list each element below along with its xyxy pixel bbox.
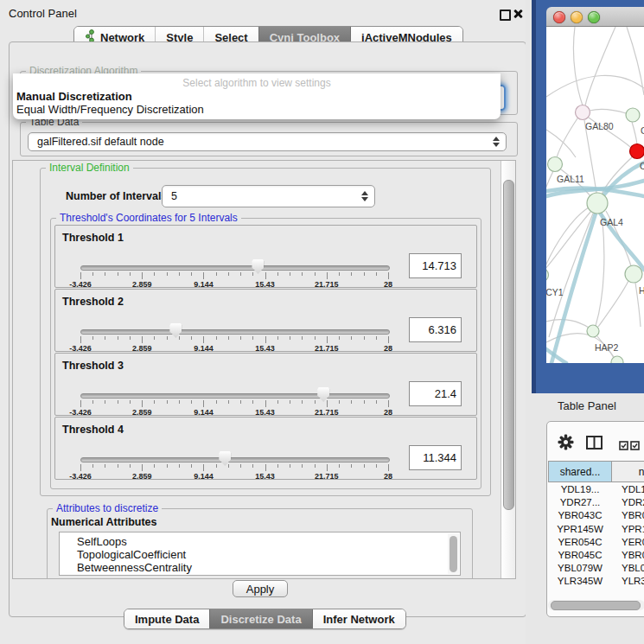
scrollbar-thumb[interactable] xyxy=(551,601,641,610)
float-window-icon[interactable] xyxy=(500,10,511,21)
network-node[interactable] xyxy=(611,356,623,363)
network-edge[interactable] xyxy=(557,118,577,157)
slider-thumb[interactable] xyxy=(169,323,182,338)
network-node-c[interactable] xyxy=(630,144,644,159)
threshold-slider[interactable]: -3.4262.8599.14415.4321.71528 xyxy=(80,262,390,288)
slider-tick-label: -3.426 xyxy=(69,472,92,481)
network-node-g[interactable] xyxy=(626,108,640,122)
numerical-attributes-list[interactable]: SelfLoopsTopologicalCoefficientBetweenne… xyxy=(59,532,461,576)
network-graph[interactable]: GAL80GCGAL11GAL4GCY1HHAP2 xyxy=(546,27,644,363)
dropdown-item[interactable]: Manual Discretization xyxy=(16,90,132,103)
zoom-light[interactable] xyxy=(588,11,600,23)
dropdown-item[interactable]: Equal Width/Frequency Discretization xyxy=(16,103,204,116)
network-view-canvas[interactable]: GAL80GCGAL11GAL4GCY1HHAP2 xyxy=(546,27,644,363)
slider-thumb[interactable] xyxy=(252,259,264,274)
tab-infer-network[interactable]: Infer Network xyxy=(312,609,405,628)
slider-tick xyxy=(339,272,340,276)
network-node-h[interactable] xyxy=(625,265,642,283)
threshold-slider[interactable]: -3.4262.8599.14415.4321.71528 xyxy=(80,326,390,352)
table-row[interactable]: YPR145WYPR1 xyxy=(548,524,644,537)
network-edge[interactable] xyxy=(546,130,576,157)
table-row[interactable]: YBR043CYBR0 xyxy=(548,510,644,523)
slider-tick xyxy=(315,272,316,276)
split-columns-icon[interactable] xyxy=(586,436,603,453)
tab-label: Impute Data xyxy=(135,613,199,626)
slider-tick xyxy=(118,272,118,276)
network-edge[interactable] xyxy=(549,214,593,337)
table-horizontal-scrollbar[interactable] xyxy=(548,600,644,610)
network-node-gal11[interactable] xyxy=(548,157,563,172)
network-edge[interactable] xyxy=(590,109,626,113)
column-header-shared-name[interactable]: shared... xyxy=(548,461,612,482)
algorithm-dropdown-popup: Select algorithm to view settings Manual… xyxy=(13,73,501,119)
threshold-value-field[interactable]: 14.713 xyxy=(409,253,462,278)
attribute-list-item[interactable]: BetweennessCentrality xyxy=(77,561,192,574)
number-of-intervals-combobox[interactable]: 5 xyxy=(162,185,375,207)
column-header-name[interactable]: na xyxy=(612,461,644,482)
slider-tick xyxy=(191,464,192,468)
attribute-list-item[interactable]: SelfLoops xyxy=(77,535,127,548)
network-edge-thick[interactable] xyxy=(603,163,644,195)
network-edge[interactable] xyxy=(627,27,644,95)
slider-tick xyxy=(142,400,143,407)
threshold-value-field[interactable]: 6.316 xyxy=(409,317,462,342)
attribute-list-item[interactable]: TopologicalCoefficient xyxy=(77,548,186,561)
threshold-value-field[interactable]: 21.4 xyxy=(409,381,462,406)
slider-tick xyxy=(376,272,377,276)
table-row[interactable]: YBL079WYBL0 xyxy=(548,563,644,576)
slider-track[interactable] xyxy=(80,393,390,399)
slider-tick xyxy=(339,336,340,340)
table-data-combobox[interactable]: galFiltered.sif default node xyxy=(28,132,507,151)
threshold-value-field[interactable]: 11.344 xyxy=(409,445,462,470)
slider-track[interactable] xyxy=(80,457,390,462)
slider-tick xyxy=(130,336,131,340)
scrollbar-thumb[interactable] xyxy=(503,180,514,510)
checkbox-icon[interactable] xyxy=(630,438,640,454)
apply-button[interactable]: Apply xyxy=(233,580,288,597)
node-label: G xyxy=(641,125,644,136)
cell-shared-name: YLR345W xyxy=(548,576,612,586)
table-row[interactable]: YLR345WYLR3 xyxy=(548,576,644,589)
slider-tick xyxy=(351,400,352,404)
slider-tick xyxy=(290,272,290,276)
slider-tick xyxy=(376,336,377,340)
table-row[interactable]: YDL19...YDL1 xyxy=(548,484,644,497)
table-row[interactable]: YER054CYER0 xyxy=(548,537,644,550)
network-edge[interactable] xyxy=(546,75,644,97)
slider-tick xyxy=(302,400,303,404)
slider-track[interactable] xyxy=(80,329,390,335)
slider-tick xyxy=(191,336,192,340)
gear-icon[interactable] xyxy=(558,434,574,454)
network-edge[interactable] xyxy=(632,122,637,144)
tab-discretize-data[interactable]: Discretize Data xyxy=(209,609,311,628)
tab-impute-data[interactable]: Impute Data xyxy=(124,609,209,628)
network-node-gal4[interactable] xyxy=(587,193,608,214)
table-row[interactable]: YBR045CYBR0 xyxy=(548,550,644,563)
slider-tick xyxy=(118,464,118,468)
table-row[interactable]: YIL052CYIL0 xyxy=(548,590,644,590)
slider-thumb[interactable] xyxy=(219,451,231,466)
slider-thumb[interactable] xyxy=(317,387,329,402)
network-node-gcy1[interactable] xyxy=(546,269,549,282)
threshold-slider[interactable]: -3.4262.8599.14415.4321.71528 xyxy=(80,454,390,480)
panel-scrollbar[interactable] xyxy=(501,161,515,578)
close-light[interactable] xyxy=(553,11,565,23)
list-scrollbar[interactable] xyxy=(448,533,459,574)
checkbox-icon[interactable] xyxy=(619,438,628,454)
network-window-titlebar[interactable] xyxy=(546,7,644,27)
panel-divider[interactable] xyxy=(532,0,536,393)
dropdown-hint: Select algorithm to view settings xyxy=(13,77,501,89)
network-edge[interactable] xyxy=(585,27,615,105)
scrollbar-thumb[interactable] xyxy=(450,536,457,572)
network-edge[interactable] xyxy=(573,27,583,105)
network-node-gal80[interactable] xyxy=(576,105,590,120)
network-edge[interactable] xyxy=(596,214,604,326)
cell-name: YBR0 xyxy=(622,550,644,560)
slider-track[interactable] xyxy=(80,265,390,271)
network-edge[interactable] xyxy=(546,211,591,270)
minimize-light[interactable] xyxy=(571,11,583,23)
table-row[interactable]: YDR27...YDR2 xyxy=(548,497,644,510)
threshold-slider[interactable]: -3.4262.8599.14415.4321.71528 xyxy=(80,390,390,416)
network-node-hap2[interactable] xyxy=(587,325,599,337)
close-panel-icon[interactable] xyxy=(513,9,523,19)
